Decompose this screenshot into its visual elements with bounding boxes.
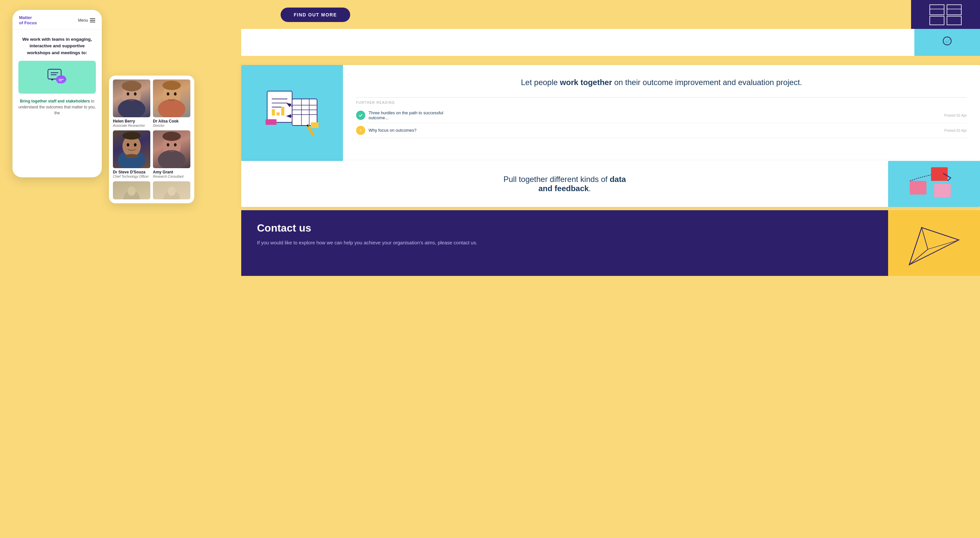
- svg-point-16: [174, 92, 177, 96]
- collaboration-illustration: [256, 82, 328, 144]
- paper-plane-illustration: [903, 215, 965, 271]
- find-out-more-button[interactable]: FIND OUT MORE: [281, 8, 350, 22]
- phone-logo: Matter of Focus: [19, 15, 37, 25]
- contact-title: Contact us: [257, 222, 872, 234]
- svg-rect-33: [930, 5, 944, 15]
- team-member-ailsa: Dr Ailsa Cook Director: [153, 80, 190, 128]
- svg-point-22: [125, 154, 138, 158]
- name-ailsa: Dr Ailsa Cook: [153, 119, 190, 123]
- svg-point-15: [167, 92, 169, 96]
- reading-item-1[interactable]: Three hurdles on the path to successful …: [356, 108, 967, 123]
- question-icon: ?: [358, 128, 363, 133]
- reading-date-1: Posted 02 Apr: [944, 113, 967, 117]
- data-card: Pull together different kinds of data an…: [241, 161, 980, 207]
- face-partial1: [113, 181, 150, 200]
- team-member-amy: Amy Grant Research Consultant: [153, 130, 190, 179]
- contact-section: Contact us If you would like to explore …: [241, 210, 980, 276]
- outcome-card-empty: [241, 29, 914, 56]
- svg-rect-59: [910, 181, 926, 195]
- top-yellow-strip: FIND OUT MORE: [241, 0, 980, 30]
- reading-icon-2: ?: [356, 126, 365, 135]
- team-card: Helen Berry Associate Researcher Dr Ails…: [109, 75, 194, 203]
- photo-partial-2: [153, 181, 190, 200]
- further-reading-label: FURTHER READING: [356, 101, 967, 104]
- svg-marker-3: [51, 79, 54, 81]
- svg-point-14: [158, 99, 185, 117]
- photo-partial-1: [113, 181, 150, 200]
- data-text-end: .: [589, 184, 591, 193]
- team-member-helen: Helen Berry Associate Researcher: [113, 80, 150, 128]
- svg-rect-34: [947, 5, 961, 15]
- svg-point-30: [128, 187, 135, 196]
- desktop-section: FIND OUT MORE: [208, 0, 980, 538]
- feature-title-strong: work together: [560, 78, 612, 87]
- contact-text: If you would like to explore how we can …: [257, 239, 872, 247]
- phone-body-text: Bring together staff and stakeholders to…: [13, 94, 102, 121]
- role-helen: Associate Researcher: [113, 123, 150, 128]
- phone-image-block: [18, 61, 96, 94]
- svg-point-17: [162, 81, 181, 90]
- name-amy: Amy Grant: [153, 170, 190, 174]
- photo-amy: [153, 130, 190, 168]
- svg-rect-45: [277, 112, 280, 116]
- feature-content: Let people work together on their outcom…: [343, 65, 980, 161]
- reading-item-left-2: ? Why focus on outcomes?: [356, 126, 417, 135]
- svg-text:?: ?: [360, 128, 362, 132]
- svg-rect-46: [281, 107, 285, 116]
- name-helen: Helen Berry: [113, 119, 150, 123]
- role-amy: Research Consultant: [153, 174, 190, 179]
- phone-strong-text: Bring together staff and stakeholders: [20, 99, 90, 104]
- svg-point-23: [123, 132, 141, 140]
- team-member-steve: Dr Steve D'Souza Chief Technology Office…: [113, 130, 150, 179]
- svg-point-20: [127, 143, 129, 147]
- reading-text-1: Three hurdles on the path to successful …: [369, 110, 454, 120]
- svg-marker-62: [909, 228, 928, 265]
- contact-image: [888, 210, 980, 276]
- feature-title-post: on their outcome improvement and evaluat…: [612, 78, 802, 87]
- contact-content: Contact us If you would like to explore …: [241, 210, 888, 276]
- outcome-card-strip: [241, 29, 980, 56]
- grid-diagram-svg: [928, 3, 964, 26]
- name-steve: Dr Steve D'Souza: [113, 170, 150, 174]
- feature-title: Let people work together on their outcom…: [356, 77, 967, 88]
- phone-hero-text: We work with teams in engaging, interact…: [13, 30, 102, 61]
- svg-rect-58: [931, 167, 948, 181]
- face-helen: [113, 80, 150, 117]
- phone-mockup: Matter of Focus Menu We work with teams …: [13, 10, 102, 177]
- further-reading: FURTHER READING Three hurdles on the pat…: [356, 97, 967, 138]
- data-card-content: Pull together different kinds of data an…: [241, 161, 888, 207]
- face-partial2: [153, 181, 190, 200]
- svg-rect-44: [272, 109, 275, 116]
- reading-date-2: Posted 02 Apr: [944, 128, 967, 133]
- reading-icon-1: [356, 111, 365, 120]
- data-card-text: Pull together different kinds of data an…: [503, 175, 626, 193]
- data-text-strong: data: [610, 175, 626, 184]
- check-icon: [358, 113, 363, 118]
- svg-point-11: [134, 92, 137, 96]
- data-text-pre: Pull together different kinds of: [503, 175, 610, 184]
- phone-menu-area[interactable]: Menu: [78, 18, 95, 23]
- team-grid: Helen Berry Associate Researcher Dr Ails…: [113, 80, 190, 179]
- data-text-newline: and feedback: [538, 184, 589, 193]
- svg-rect-60: [934, 184, 951, 198]
- svg-point-39: [943, 37, 951, 45]
- face-ailsa: [153, 80, 190, 117]
- reading-text-2: Why focus on outcomes?: [369, 128, 417, 133]
- outcome-illustration-small: [936, 35, 959, 49]
- svg-point-10: [127, 92, 129, 96]
- face-steve: [113, 130, 150, 168]
- svg-point-28: [162, 132, 181, 141]
- svg-point-32: [168, 187, 176, 196]
- svg-point-26: [167, 143, 169, 147]
- feature-card: Let people work together on their outcom…: [241, 65, 980, 161]
- menu-label: Menu: [78, 18, 88, 23]
- svg-point-12: [122, 81, 142, 91]
- svg-rect-56: [311, 123, 319, 128]
- svg-point-21: [134, 143, 137, 147]
- photo-helen: [113, 80, 150, 117]
- feature-image: [241, 65, 343, 161]
- role-ailsa: Director: [153, 123, 190, 128]
- reading-item-2[interactable]: ? Why focus on outcomes? Posted 02 Apr: [356, 123, 967, 138]
- photo-steve: [113, 130, 150, 168]
- data-illustration: [903, 164, 965, 204]
